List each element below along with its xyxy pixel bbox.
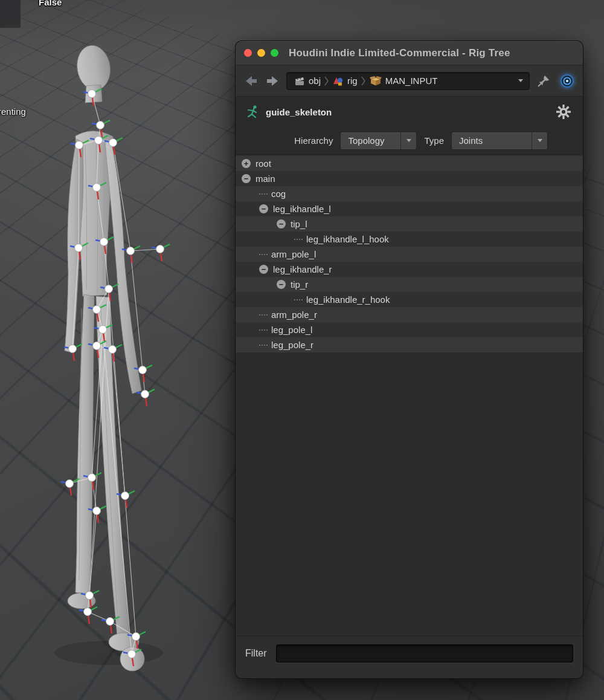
type-select[interactable]: Joints <box>451 132 548 150</box>
tree-node-label: leg_ikhandle_l_hook <box>306 234 389 244</box>
tree-row-leg_ikhandle_r[interactable]: −leg_ikhandle_r <box>236 262 583 277</box>
hierarchy-label: Hierarchy <box>294 135 333 146</box>
node-header: guide_skeleton <box>236 97 583 127</box>
breadcrumb[interactable]: obj rig <box>286 72 530 90</box>
tree-controls: Hierarchy Topology Type Joints <box>236 127 583 155</box>
tree-row-root[interactable]: +root <box>236 156 583 171</box>
window-title: Houdini Indie Limited-Commercial - Rig T… <box>289 47 510 59</box>
titlebar[interactable]: Houdini Indie Limited-Commercial - Rig T… <box>236 41 583 65</box>
breadcrumb-segment-man-input[interactable]: MAN_INPUT <box>366 73 442 89</box>
breadcrumb-separator <box>324 74 329 88</box>
tree-node-label: leg_pole_r <box>271 340 313 350</box>
traffic-lights <box>244 49 278 57</box>
box-icon <box>370 76 382 86</box>
tree-row-leg_pole_l[interactable]: leg_pole_l <box>236 322 583 337</box>
tree-node-label: tip_l <box>291 219 307 229</box>
tree-node-label: leg_ikhandle_r <box>273 264 332 274</box>
tree-row-leg_ikhandle_r_hook[interactable]: leg_ikhandle_r_hook <box>236 292 583 307</box>
tree-connector <box>259 314 268 316</box>
filter-input[interactable] <box>276 644 573 663</box>
chevron-down-icon <box>532 132 547 149</box>
tree-connector <box>259 329 268 331</box>
forward-button[interactable] <box>264 73 282 89</box>
breadcrumb-separator <box>361 74 366 88</box>
tree-node-label: leg_ikhandle_l <box>273 204 331 214</box>
path-toolbar: obj rig <box>236 65 583 97</box>
viewport-corner-shade <box>0 0 21 28</box>
collapse-icon[interactable]: − <box>259 204 268 213</box>
chevron-down-icon <box>400 132 416 149</box>
hierarchy-select[interactable]: Topology <box>340 132 417 150</box>
tree-node-label: leg_ikhandle_r_hook <box>306 294 390 305</box>
maximize-button[interactable] <box>271 49 278 57</box>
type-label: Type <box>424 135 444 146</box>
tree-row-leg_ikhandle_l[interactable]: −leg_ikhandle_l <box>236 201 583 216</box>
tree-row-cog[interactable]: cog <box>236 186 583 201</box>
breadcrumb-label: rig <box>347 76 358 86</box>
collapse-icon[interactable]: − <box>259 265 268 274</box>
tree-connector <box>259 254 268 255</box>
breadcrumb-segment-rig[interactable]: rig <box>329 73 361 89</box>
tree-connector <box>259 193 268 195</box>
collapse-icon[interactable]: − <box>277 219 286 228</box>
tree-node-label: arm_pole_l <box>271 249 316 259</box>
minimize-button[interactable] <box>257 49 265 57</box>
tree-node-label: root <box>255 158 271 169</box>
back-button[interactable] <box>242 73 260 89</box>
tree-connector <box>294 299 303 300</box>
breadcrumb-segment-obj[interactable]: obj <box>291 73 324 89</box>
type-select-value: Joints <box>452 132 532 149</box>
viewport-flag-label: False <box>39 0 62 7</box>
breadcrumb-dropdown-button[interactable] <box>515 79 527 82</box>
viewport-character <box>33 30 214 677</box>
filter-bar: Filter <box>236 636 583 678</box>
forward-arrow-icon <box>265 74 281 88</box>
viewport-parenting-label: renting <box>0 106 26 117</box>
scene-icon <box>294 76 305 86</box>
tree-row-arm_pole_r[interactable]: arm_pole_r <box>236 307 583 322</box>
breadcrumb-label: obj <box>309 76 321 86</box>
tree-row-main[interactable]: −main <box>236 171 583 186</box>
node-name: guide_skeleton <box>266 107 332 117</box>
hierarchy-select-value: Topology <box>341 132 400 149</box>
link-target-button[interactable] <box>557 72 577 90</box>
tree-row-tip_l[interactable]: −tip_l <box>236 216 583 232</box>
tree-node-label: tip_r <box>291 279 308 290</box>
joint-tree[interactable]: +root−maincog−leg_ikhandle_l−tip_lleg_ik… <box>236 155 583 636</box>
close-button[interactable] <box>244 49 252 57</box>
back-arrow-icon <box>243 74 259 88</box>
skeleton-node-icon <box>245 105 260 119</box>
tree-row-leg_pole_r[interactable]: leg_pole_r <box>236 337 583 352</box>
tree-row-tip_r[interactable]: −tip_r <box>236 277 583 292</box>
chevron-down-icon <box>518 79 523 82</box>
geometry-icon <box>333 76 344 86</box>
tree-node-label: cog <box>271 189 286 199</box>
expand-icon[interactable]: + <box>242 159 251 168</box>
pin-button[interactable] <box>534 72 553 90</box>
tree-connector <box>294 239 303 240</box>
tree-node-label: arm_pole_r <box>271 309 317 320</box>
tree-node-label: leg_pole_l <box>271 325 312 335</box>
filter-label: Filter <box>245 648 267 659</box>
collapse-icon[interactable]: − <box>242 174 251 183</box>
tree-row-arm_pole_l[interactable]: arm_pole_l <box>236 247 583 262</box>
gear-icon[interactable] <box>556 105 571 119</box>
tree-row-leg_ikhandle_l_hook[interactable]: leg_ikhandle_l_hook <box>236 232 583 247</box>
breadcrumb-label: MAN_INPUT <box>385 76 438 86</box>
target-icon <box>559 73 575 89</box>
pin-icon <box>537 74 550 88</box>
tree-node-label: main <box>255 173 275 184</box>
rig-tree-window: Houdini Indie Limited-Commercial - Rig T… <box>236 41 583 678</box>
collapse-icon[interactable]: − <box>277 280 286 289</box>
tree-connector <box>259 345 268 346</box>
